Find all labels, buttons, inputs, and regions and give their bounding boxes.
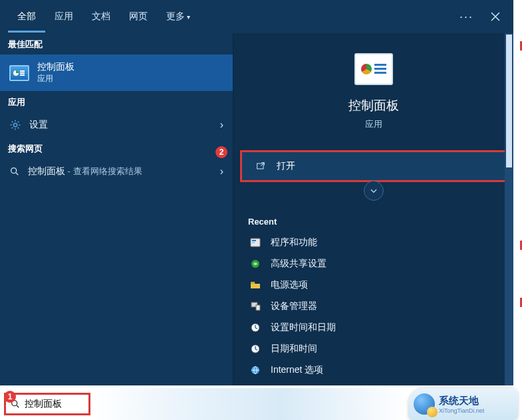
recent-item-label: 程序和功能 [271, 237, 317, 249]
chevron-right-icon: › [220, 119, 223, 131]
folder-icon [249, 279, 261, 291]
svg-point-4 [13, 123, 17, 126]
preview-header: 控制面板 应用 [233, 33, 513, 142]
recent-item-label: 日期和时间 [271, 343, 317, 355]
row-settings-label: 设置 [29, 119, 48, 131]
open-icon [255, 161, 266, 171]
tab-more-label: 更多 [166, 11, 185, 21]
tab-docs[interactable]: 文档 [82, 1, 120, 33]
apps-header: 应用 [0, 91, 233, 112]
search-icon [9, 166, 20, 177]
control-panel-icon-large [354, 53, 393, 85]
open-button-label: 打开 [277, 160, 295, 172]
open-button[interactable]: 打开 [240, 150, 507, 182]
globe-icon [249, 364, 261, 376]
best-match-subtitle: 应用 [37, 73, 74, 84]
search-input[interactable] [25, 399, 83, 409]
preview-subtitle: 应用 [240, 118, 507, 130]
annotation-badge-1: 1 [4, 391, 16, 403]
preview-pane: 控制面板 应用 打开 Recent 程序和功能 高级共享设置 [233, 33, 513, 385]
recent-item-date-time[interactable]: 日期和时间 [247, 338, 507, 360]
best-match-header: 最佳匹配 [0, 33, 233, 54]
recent-item-label: 电源选项 [271, 279, 308, 291]
filter-tabs: 全部 应用 文档 网页 更多▾ [8, 1, 199, 33]
body: 最佳匹配 控制面板 应用 应用 设置 › 搜索网页 控制面板 - 查看网络搜索结… [0, 33, 513, 385]
watermark-globe-icon [414, 393, 435, 415]
recent-item-sharing[interactable]: 高级共享设置 [247, 253, 507, 274]
svg-rect-3 [20, 74, 25, 76]
best-match-text: 控制面板 应用 [37, 61, 74, 84]
recent-item-network-center[interactable]: 网络和共享中心 [247, 381, 507, 385]
svg-rect-1 [20, 70, 25, 72]
device-icon [249, 300, 261, 312]
watermark-title: 系统天地 [439, 395, 484, 407]
best-match-item[interactable]: 控制面板 应用 [0, 54, 233, 91]
recent-item-internet-options[interactable]: Internet 选项 [247, 360, 507, 381]
control-panel-icon [9, 65, 29, 81]
scrollbar-thumb[interactable] [506, 35, 512, 167]
svg-rect-13 [256, 305, 260, 310]
close-button[interactable] [485, 7, 505, 27]
recent-item-power[interactable]: 电源选项 [247, 274, 507, 296]
watermark: 系统天地 XiTongTianDi.net [408, 388, 518, 420]
close-icon [490, 11, 501, 22]
recent-item-datetime-settings[interactable]: 设置时间和日期 [247, 317, 507, 338]
row-web-search[interactable]: 控制面板 - 查看网络搜索结果 › [0, 159, 233, 184]
chevron-down-icon [369, 186, 378, 195]
svg-point-5 [11, 168, 17, 173]
sharing-icon [249, 258, 261, 270]
svg-rect-11 [251, 282, 255, 284]
watermark-sub: XiTongTianDi.net [439, 407, 484, 414]
recent-header: Recent [247, 211, 507, 232]
taskbar-area [93, 388, 409, 420]
svg-rect-2 [20, 72, 25, 74]
recent-block: Recent 程序和功能 高级共享设置 电源选项 设备管理器 [233, 206, 513, 385]
preview-title: 控制面板 [240, 97, 507, 114]
tab-all[interactable]: 全部 [8, 1, 45, 33]
search-window: 全部 应用 文档 网页 更多▾ ··· 最佳匹配 控制面板 应 [0, 0, 513, 385]
web-header: 搜索网页 [0, 138, 233, 159]
clock-icon [249, 322, 261, 334]
top-bar: 全部 应用 文档 网页 更多▾ ··· [0, 0, 513, 33]
recent-item-label: 设备管理器 [271, 300, 317, 312]
scrollbar[interactable] [505, 33, 513, 385]
best-match-title: 控制面板 [37, 61, 74, 73]
recent-item-programs[interactable]: 程序和功能 [247, 232, 507, 253]
svg-rect-8 [252, 240, 256, 241]
row-web-title: 控制面板 - 查看网络搜索结果 [28, 165, 142, 177]
tab-web[interactable]: 网页 [120, 1, 157, 33]
clock-icon [249, 343, 261, 355]
top-right-controls: ··· [459, 7, 505, 27]
tab-apps[interactable]: 应用 [45, 1, 82, 33]
annotation-badge-2: 2 [215, 146, 227, 158]
expand-button[interactable] [364, 181, 384, 201]
chevron-down-icon: ▾ [187, 13, 190, 21]
recent-item-label: 设置时间和日期 [271, 322, 336, 334]
tab-more[interactable]: 更多▾ [157, 1, 199, 33]
gear-icon [9, 119, 21, 131]
recent-item-device-manager[interactable]: 设备管理器 [247, 296, 507, 317]
programs-icon [249, 237, 261, 249]
results-pane: 最佳匹配 控制面板 应用 应用 设置 › 搜索网页 控制面板 - 查看网络搜索结… [0, 33, 233, 385]
recent-item-label: Internet 选项 [271, 364, 323, 376]
more-options-icon[interactable]: ··· [459, 10, 473, 24]
row-settings[interactable]: 设置 › [0, 112, 233, 138]
svg-rect-9 [252, 242, 255, 243]
recent-item-label: 高级共享设置 [271, 258, 326, 270]
taskbar-search[interactable] [4, 393, 90, 415]
chevron-right-icon: › [220, 165, 223, 177]
